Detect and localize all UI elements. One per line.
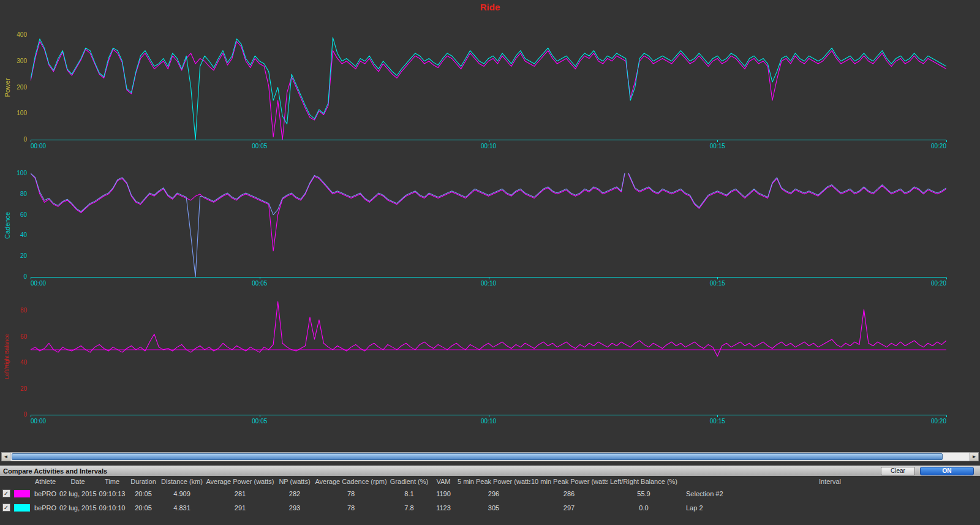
cell: 09:10:10 xyxy=(97,500,127,515)
x-tick-mark xyxy=(717,278,718,279)
cell: 8.1 xyxy=(388,486,430,500)
horizontal-scrollbar[interactable]: ◄ ► xyxy=(1,452,979,461)
column-header[interactable] xyxy=(0,476,12,486)
cell: Lap 2 xyxy=(680,500,980,515)
cell: bePRO xyxy=(32,500,59,515)
y-tick-label: 60 xyxy=(0,333,27,340)
x-tick-mark xyxy=(489,140,489,142)
table-row[interactable]: ✓bePRO02 lug, 201509:10:1020:054.8312912… xyxy=(0,500,980,515)
x-tick-mark xyxy=(31,278,31,279)
column-header[interactable]: NP (watts) xyxy=(276,476,314,486)
column-header[interactable]: Duration xyxy=(127,476,159,486)
column-header[interactable]: Average Cadence (rpm) xyxy=(314,476,388,486)
y-tick-label: 80 xyxy=(0,307,27,314)
column-header[interactable]: Distance (km) xyxy=(159,476,205,486)
compare-table: AthleteDateTimeDurationDistance (km)Aver… xyxy=(0,476,980,515)
cell: 09:10:13 xyxy=(97,486,127,500)
table-body: ✓bePRO02 lug, 201509:10:1320:054.9092812… xyxy=(0,486,980,515)
cell: 4.909 xyxy=(159,486,205,500)
series-color-swatch xyxy=(14,490,30,497)
series-color-swatch xyxy=(14,504,30,512)
x-tick-mark xyxy=(946,278,947,279)
y-tick-label: 100 xyxy=(0,170,27,176)
power-plot-canvas[interactable] xyxy=(31,35,946,140)
cell: 1123 xyxy=(430,500,457,515)
cell: 20:05 xyxy=(127,500,159,515)
x-tick-label: 00:20 xyxy=(910,143,946,149)
scroll-left-icon: ◄ xyxy=(4,454,9,459)
x-tick-mark xyxy=(489,415,489,417)
column-header[interactable]: 5 min Peak Power (watts) xyxy=(457,476,530,486)
x-tick-mark xyxy=(946,140,947,142)
x-tick-label: 00:20 xyxy=(910,280,946,287)
x-tick-mark xyxy=(260,140,260,142)
compare-panel-title: Compare Activities and Intervals xyxy=(3,467,107,475)
cell: 55.9 xyxy=(608,486,680,500)
swatch-cell xyxy=(12,486,32,500)
clear-button[interactable]: Clear xyxy=(881,467,915,475)
y-tick-label: 60 xyxy=(0,211,27,218)
cell: 286 xyxy=(530,486,608,500)
column-header[interactable]: Left/Right Balance (%) xyxy=(608,476,680,486)
x-tick-mark xyxy=(717,140,718,142)
column-header[interactable]: 10 min Peak Power (watts) xyxy=(530,476,608,486)
column-header[interactable]: Average Power (watts) xyxy=(205,476,276,486)
x-tick-label: 00:10 xyxy=(470,280,507,287)
cell: 281 xyxy=(205,486,276,500)
x-tick-mark xyxy=(489,278,489,279)
y-tick-label: 80 xyxy=(0,191,27,197)
cell: 78 xyxy=(314,486,388,500)
cell: 293 xyxy=(276,500,314,515)
cell: bePRO xyxy=(32,486,59,500)
column-header[interactable]: Gradient (%) xyxy=(388,476,430,486)
column-header[interactable]: Interval xyxy=(680,476,980,486)
x-tick-label: 00:00 xyxy=(31,143,46,149)
column-header[interactable]: Time xyxy=(97,476,127,486)
x-tick-label: 00:15 xyxy=(699,280,736,287)
column-header[interactable] xyxy=(12,476,32,486)
scroll-left-button[interactable]: ◄ xyxy=(1,452,10,461)
column-header[interactable]: Athlete xyxy=(32,476,59,486)
scroll-right-button[interactable]: ► xyxy=(970,452,979,461)
swatch-cell xyxy=(12,500,32,515)
cell: 20:05 xyxy=(127,486,159,500)
scrollbar-thumb[interactable] xyxy=(12,453,943,460)
x-tick-mark xyxy=(946,415,947,417)
y-tick-label: 300 xyxy=(0,58,27,64)
cell: 78 xyxy=(314,500,388,515)
cell: 305 xyxy=(457,500,530,515)
x-tick-label: 00:10 xyxy=(470,143,507,149)
y-tick-label: 0 xyxy=(0,136,27,143)
y-tick-label: 0 xyxy=(0,273,27,280)
table-row[interactable]: ✓bePRO02 lug, 201509:10:1320:054.9092812… xyxy=(0,486,980,500)
scrollbar-track[interactable] xyxy=(10,452,970,461)
x-tick-label: 00:20 xyxy=(910,418,946,425)
x-tick-mark xyxy=(260,415,260,417)
x-tick-mark xyxy=(260,278,260,279)
cell: 0.0 xyxy=(608,500,680,515)
cell: Selection #2 xyxy=(680,486,980,500)
scroll-right-icon: ► xyxy=(972,454,977,459)
cell: 1190 xyxy=(430,486,457,500)
x-tick-label: 00:10 xyxy=(470,418,507,425)
y-tick-label: 400 xyxy=(0,31,27,38)
y-tick-label: 40 xyxy=(0,359,27,366)
column-header[interactable]: Date xyxy=(59,476,97,486)
row-checkbox[interactable]: ✓ xyxy=(2,489,10,497)
x-tick-label: 00:15 xyxy=(699,418,736,425)
y-tick-label: 20 xyxy=(0,252,27,259)
on-toggle-button[interactable]: ON xyxy=(920,467,974,475)
column-header[interactable]: VAM xyxy=(430,476,457,486)
balance-plot-canvas[interactable] xyxy=(31,298,946,415)
x-tick-label: 00:05 xyxy=(241,280,278,287)
cell: 4.831 xyxy=(159,500,205,515)
row-checkbox[interactable]: ✓ xyxy=(2,504,10,512)
x-tick-mark xyxy=(717,415,718,417)
checkbox-cell: ✓ xyxy=(0,486,12,500)
x-tick-label: 00:00 xyxy=(31,418,46,425)
cadence-plot-canvas[interactable] xyxy=(31,173,946,277)
charts-area: Power400300200100000:0000:0500:1000:1500… xyxy=(0,0,980,447)
cell: 02 lug, 2015 xyxy=(59,500,97,515)
compare-panel-header: Compare Activities and Intervals Clear O… xyxy=(0,466,980,476)
y-tick-label: 0 xyxy=(0,411,27,418)
